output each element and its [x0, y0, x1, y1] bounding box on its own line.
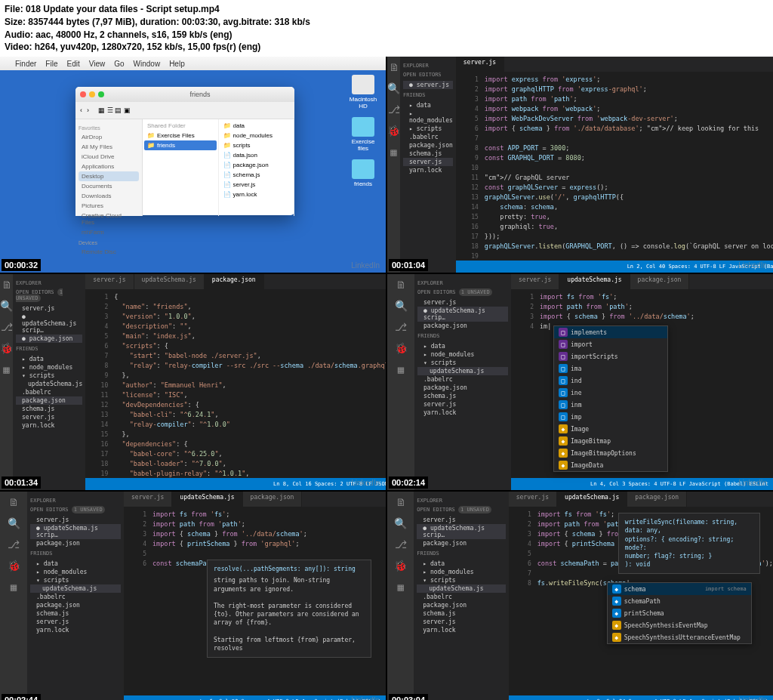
- meta-size: Size: 8357444 bytes (7,97 MiB), duration…: [5, 16, 768, 29]
- intellisense-popup[interactable]: ◆schemaimport schema◆schemaPath◆printSch…: [607, 582, 752, 644]
- back-icon[interactable]: ‹: [80, 106, 82, 114]
- intell-item[interactable]: ◆ImageBitmap: [554, 435, 667, 447]
- menu-go[interactable]: Go: [114, 60, 124, 68]
- ext-icon[interactable]: ▦: [390, 146, 396, 158]
- editor[interactable]: 1{2 "name": "friends",3 "version": "1.0.…: [85, 289, 386, 478]
- folder-friends[interactable]: 📁 friends: [144, 140, 217, 150]
- intell-item[interactable]: □imp: [554, 411, 667, 423]
- view-icons[interactable]: ▦ ☰ ▤ ▣: [98, 106, 131, 114]
- thumb-1: Finder File Edit View Go Window Help Mac…: [0, 57, 386, 273]
- close-icon[interactable]: [80, 91, 86, 97]
- intell-item[interactable]: ◆schemaPath: [608, 595, 751, 607]
- intell-item[interactable]: □implements: [554, 326, 667, 338]
- signature-tooltip: resolve(...pathSegments: any[]): string …: [207, 560, 371, 658]
- menu-finder[interactable]: Finder: [15, 60, 36, 68]
- finder-col2[interactable]: 📁 data 📁 node_modules 📁 scripts 📄 data.j…: [219, 119, 295, 216]
- editor[interactable]: 1import express from 'express';2import g…: [456, 72, 773, 261]
- debug-icon[interactable]: 🐞: [387, 125, 400, 137]
- intell-item[interactable]: ◆SpeechSynthesisUtteranceEventMap: [608, 631, 751, 643]
- sb-airdrop[interactable]: AirDrop: [79, 132, 139, 142]
- intell-item[interactable]: ◆ImageBitmapOptions: [554, 447, 667, 459]
- intell-item[interactable]: □import: [554, 338, 667, 350]
- sb-cc[interactable]: Creative Cloud Files: [79, 211, 139, 227]
- sb-docs[interactable]: Documents: [79, 181, 139, 191]
- git-icon[interactable]: ⎇: [1, 321, 13, 333]
- explorer-panel[interactable]: EXPLORER OPEN EDITORS ● server.js FRIEND…: [400, 57, 456, 273]
- debug-icon[interactable]: 🐞: [0, 342, 13, 354]
- search-icon[interactable]: 🔍: [387, 82, 400, 94]
- sb-icloud[interactable]: iCloud Drive: [79, 152, 139, 162]
- intell-item[interactable]: ◆ImageData: [554, 459, 667, 471]
- zoom-icon[interactable]: [98, 91, 104, 97]
- meta-audio: Audio: aac, 48000 Hz, 2 channels, s16, 1…: [5, 29, 768, 42]
- files-icon[interactable]: 🗎: [389, 61, 399, 73]
- menu-view[interactable]: View: [89, 60, 106, 68]
- sb-downloads[interactable]: Downloads: [79, 191, 139, 201]
- meta-file: File: 018 Update your data files - Scrip…: [5, 3, 768, 16]
- desktop-icon-exercise[interactable]: Exercise files: [348, 117, 378, 152]
- sb-allfiles[interactable]: All My Files: [79, 142, 139, 152]
- intell-item[interactable]: ◆schemaimport schema: [608, 583, 751, 595]
- git-icon[interactable]: ⎇: [388, 103, 400, 116]
- intell-item[interactable]: □importScripts: [554, 350, 667, 362]
- fwd-icon[interactable]: ›: [87, 106, 89, 114]
- activity-bar[interactable]: 🗎🔍⎇🐞▦: [0, 274, 13, 490]
- finder-titlebar[interactable]: friends: [75, 87, 294, 102]
- timestamp: 00:00:32: [2, 259, 41, 271]
- file-metadata: File: 018 Update your data files - Scrip…: [0, 0, 773, 57]
- thumb-6: 🗎🔍⎇🐞▦ EXPLORER OPEN EDITORS 1 UNSAVED se…: [387, 492, 773, 700]
- search-icon[interactable]: 🔍: [0, 300, 13, 312]
- thumbnail-grid: Finder File Edit View Go Window Help Mac…: [0, 57, 773, 700]
- sb-pictures[interactable]: Pictures: [79, 201, 139, 211]
- thumb-4: 🗎🔍⎇🐞▦ EXPLORER OPEN EDITORS 1 UNSAVED se…: [387, 274, 773, 490]
- tab-server[interactable]: server.js: [456, 57, 504, 72]
- intell-item[interactable]: □ima: [554, 362, 667, 375]
- folder-exercise[interactable]: 📁 Exercise Files: [144, 131, 217, 140]
- menu-file[interactable]: File: [45, 60, 57, 68]
- intell-item[interactable]: ◆SpeechSynthesisEventMap: [608, 619, 751, 631]
- sb-remote[interactable]: Remote Disc: [79, 247, 139, 257]
- finder-sidebar[interactable]: Favorites AirDrop All My Files iCloud Dr…: [75, 119, 143, 216]
- signature-tooltip: writeFileSync(filename: string, data: an…: [618, 513, 760, 574]
- watermark: LinkedIn: [351, 261, 380, 270]
- finder-col1[interactable]: Shared Folder 📁 Exercise Files 📁 friends: [143, 119, 219, 216]
- minimize-icon[interactable]: [89, 91, 95, 97]
- intellisense-popup[interactable]: □implements□import□importScripts□ima□ind…: [553, 325, 668, 472]
- activity-bar[interactable]: 🗎 🔍 ⎇ 🐞 ▦: [387, 57, 400, 273]
- mac-menubar[interactable]: Finder File Edit View Go Window Help: [0, 57, 386, 70]
- intell-item[interactable]: □ind: [554, 375, 667, 387]
- finder-toolbar[interactable]: ‹› ▦ ☰ ▤ ▣: [75, 102, 294, 119]
- intell-item[interactable]: □ine: [554, 387, 667, 399]
- intell-item[interactable]: □inm: [554, 399, 667, 411]
- desktop-icon-hd[interactable]: Macintosh HD: [348, 75, 378, 109]
- meta-video: Video: h264, yuv420p, 1280x720, 152 kb/s…: [5, 41, 768, 54]
- menu-edit[interactable]: Edit: [66, 60, 79, 68]
- thumb-2: 🗎 🔍 ⎇ 🐞 ▦ EXPLORER OPEN EDITORS ● server…: [387, 57, 773, 273]
- sb-mhfarm[interactable]: mhFarm: [79, 227, 139, 237]
- thumb-3: 🗎🔍⎇🐞▦ EXPLORER OPEN EDITORS 1 UNSAVED se…: [0, 274, 386, 490]
- finder-window[interactable]: friends ‹› ▦ ☰ ▤ ▣ Favorites AirDrop All…: [75, 87, 294, 215]
- intell-item[interactable]: ◆Image: [554, 423, 667, 435]
- window-title: friends: [189, 91, 210, 98]
- sb-apps[interactable]: Applications: [79, 162, 139, 171]
- menu-window[interactable]: Window: [134, 60, 161, 68]
- desktop-icon-friends[interactable]: friends: [348, 159, 378, 187]
- intell-item[interactable]: ◆printSchema: [608, 607, 751, 619]
- explorer-panel[interactable]: EXPLORER OPEN EDITORS 1 UNSAVED server.j…: [13, 274, 85, 490]
- status-bar[interactable]: Ln 2, Col 40 Spaces: 4 UTF-8 LF JavaScri…: [456, 261, 773, 273]
- sb-desktop[interactable]: Desktop: [79, 171, 139, 181]
- tab-bar[interactable]: server.js: [456, 57, 773, 72]
- timestamp: 00:01:04: [389, 259, 428, 271]
- menu-help[interactable]: Help: [169, 60, 185, 68]
- ext-icon[interactable]: ▦: [3, 363, 9, 375]
- thumb-5: 🗎🔍⎇🐞▦ EXPLORER OPEN EDITORS 1 UNSAVED se…: [0, 492, 386, 700]
- files-icon[interactable]: 🗎: [2, 279, 12, 291]
